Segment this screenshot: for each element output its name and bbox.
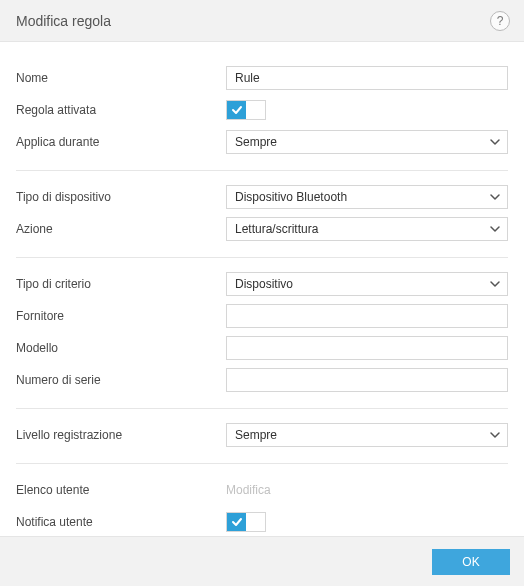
- action-value: Lettura/scrittura: [235, 222, 318, 236]
- label-name: Nome: [16, 71, 226, 85]
- label-userlist: Elenco utente: [16, 483, 226, 497]
- serial-input[interactable]: [226, 368, 508, 392]
- row-userlist: Elenco utente Modifica: [16, 476, 508, 503]
- apply-select[interactable]: Sempre: [226, 130, 508, 154]
- chevron-down-icon: [489, 429, 501, 441]
- loglevel-value: Sempre: [235, 428, 277, 442]
- chevron-down-icon: [489, 191, 501, 203]
- dialog-window: Modifica regola ? Nome Regola attivata: [0, 0, 524, 586]
- enabled-toggle[interactable]: [226, 100, 266, 120]
- row-loglevel: Livello registrazione Sempre: [16, 421, 508, 448]
- label-model: Modello: [16, 341, 226, 355]
- chevron-down-icon: [489, 278, 501, 290]
- name-input[interactable]: [226, 66, 508, 90]
- row-action: Azione Lettura/scrittura: [16, 215, 508, 242]
- vendor-input[interactable]: [226, 304, 508, 328]
- check-icon: [227, 513, 246, 531]
- check-icon: [227, 101, 246, 119]
- divider: [16, 170, 508, 171]
- chevron-down-icon: [489, 223, 501, 235]
- notify-toggle[interactable]: [226, 512, 266, 532]
- label-apply: Applica durante: [16, 135, 226, 149]
- chevron-down-icon: [489, 136, 501, 148]
- row-crittype: Tipo di criterio Dispositivo: [16, 270, 508, 297]
- toggle-off-half: [246, 101, 265, 119]
- dialog-title: Modifica regola: [16, 13, 111, 29]
- label-serial: Numero di serie: [16, 373, 226, 387]
- userlist-edit-link: Modifica: [226, 483, 271, 497]
- label-crittype: Tipo di criterio: [16, 277, 226, 291]
- loglevel-select[interactable]: Sempre: [226, 423, 508, 447]
- row-model: Modello: [16, 334, 508, 361]
- label-vendor: Fornitore: [16, 309, 226, 323]
- devtype-value: Dispositivo Bluetooth: [235, 190, 347, 204]
- row-serial: Numero di serie: [16, 366, 508, 393]
- label-devtype: Tipo di dispositivo: [16, 190, 226, 204]
- label-notify: Notifica utente: [16, 515, 226, 529]
- content-area: Nome Regola attivata: [0, 42, 524, 536]
- divider: [16, 257, 508, 258]
- divider: [16, 408, 508, 409]
- action-select[interactable]: Lettura/scrittura: [226, 217, 508, 241]
- row-enabled: Regola attivata: [16, 96, 508, 123]
- toggle-off-half: [246, 513, 265, 531]
- label-loglevel: Livello registrazione: [16, 428, 226, 442]
- devtype-select[interactable]: Dispositivo Bluetooth: [226, 185, 508, 209]
- crittype-select[interactable]: Dispositivo: [226, 272, 508, 296]
- row-vendor: Fornitore: [16, 302, 508, 329]
- crittype-value: Dispositivo: [235, 277, 293, 291]
- row-apply: Applica durante Sempre: [16, 128, 508, 155]
- row-name: Nome: [16, 64, 508, 91]
- model-input[interactable]: [226, 336, 508, 360]
- apply-value: Sempre: [235, 135, 277, 149]
- help-icon[interactable]: ?: [490, 11, 510, 31]
- ok-button[interactable]: OK: [432, 549, 510, 575]
- row-devtype: Tipo di dispositivo Dispositivo Bluetoot…: [16, 183, 508, 210]
- label-enabled: Regola attivata: [16, 103, 226, 117]
- titlebar: Modifica regola ?: [0, 0, 524, 42]
- label-action: Azione: [16, 222, 226, 236]
- footer: OK: [0, 536, 524, 586]
- form: Nome Regola attivata: [16, 64, 508, 536]
- divider: [16, 463, 508, 464]
- row-notify: Notifica utente: [16, 508, 508, 535]
